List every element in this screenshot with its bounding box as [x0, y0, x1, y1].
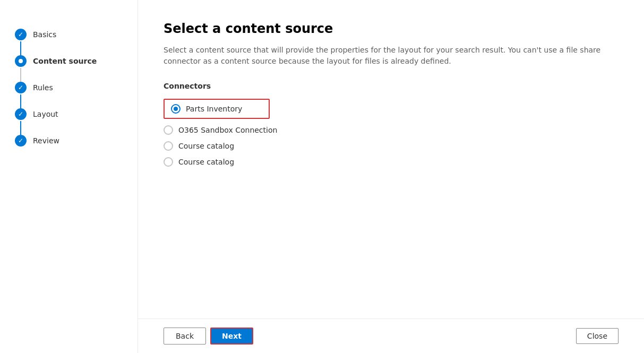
- next-button[interactable]: Next: [210, 328, 253, 345]
- sidebar-item-review[interactable]: ✓ Review: [15, 127, 138, 154]
- page-title: Select a content source: [164, 21, 619, 36]
- check-icon: ✓: [18, 31, 23, 38]
- step-label-layout: Layout: [33, 110, 58, 118]
- step-dot-rules: ✓: [15, 82, 27, 93]
- sidebar-item-rules[interactable]: ✓ Rules: [15, 74, 138, 101]
- page-description: Select a content source that will provid…: [164, 45, 619, 67]
- radio-o365[interactable]: [164, 125, 173, 135]
- step-dot-content-source: [15, 55, 27, 67]
- connector-item-parts-inventory[interactable]: Parts Inventory: [164, 99, 619, 119]
- sidebar-item-basics[interactable]: ✓ Basics: [15, 21, 138, 48]
- step-label-content-source: Content source: [33, 57, 97, 65]
- sidebar: ✓ Basics Content source ✓ Rules ✓ Layout: [0, 0, 138, 353]
- footer: Back Next Close: [138, 318, 644, 353]
- step-list: ✓ Basics Content source ✓ Rules ✓ Layout: [0, 21, 138, 154]
- step-dot-layout: ✓: [15, 108, 27, 120]
- selected-connector-row[interactable]: Parts Inventory: [164, 99, 270, 119]
- radio-course-catalog-1[interactable]: [164, 141, 173, 151]
- connectors-list: Parts Inventory O365 Sandbox Connection …: [164, 99, 619, 167]
- check-icon-review: ✓: [18, 137, 23, 144]
- step-label-basics: Basics: [33, 30, 56, 39]
- back-button[interactable]: Back: [164, 328, 206, 345]
- connector-item-course-catalog-1[interactable]: Course catalog: [164, 141, 619, 151]
- connector-label-course-catalog-2: Course catalog: [178, 158, 234, 166]
- main-content: Select a content source Select a content…: [138, 0, 644, 353]
- radio-inner-parts-inventory: [174, 107, 178, 111]
- connectors-section-label: Connectors: [164, 82, 619, 90]
- close-button[interactable]: Close: [576, 328, 619, 344]
- connector-label-o365: O365 Sandbox Connection: [178, 126, 277, 134]
- step-label-review: Review: [33, 136, 59, 145]
- sidebar-item-layout[interactable]: ✓ Layout: [15, 101, 138, 127]
- check-icon-layout: ✓: [18, 111, 23, 117]
- check-icon-rules: ✓: [18, 84, 23, 91]
- footer-left: Back Next: [164, 328, 253, 345]
- radio-course-catalog-2[interactable]: [164, 157, 173, 167]
- step-dot-basics: ✓: [15, 29, 27, 40]
- active-dot: [19, 59, 23, 63]
- radio-parts-inventory[interactable]: [171, 104, 181, 114]
- sidebar-item-content-source[interactable]: Content source: [15, 48, 138, 74]
- connector-label-course-catalog-1: Course catalog: [178, 142, 234, 150]
- connector-label-parts-inventory: Parts Inventory: [186, 105, 242, 113]
- connector-item-course-catalog-2[interactable]: Course catalog: [164, 157, 619, 167]
- content-area: Select a content source Select a content…: [138, 0, 644, 318]
- step-dot-review: ✓: [15, 135, 27, 147]
- step-label-rules: Rules: [33, 83, 53, 92]
- connector-item-o365[interactable]: O365 Sandbox Connection: [164, 125, 619, 135]
